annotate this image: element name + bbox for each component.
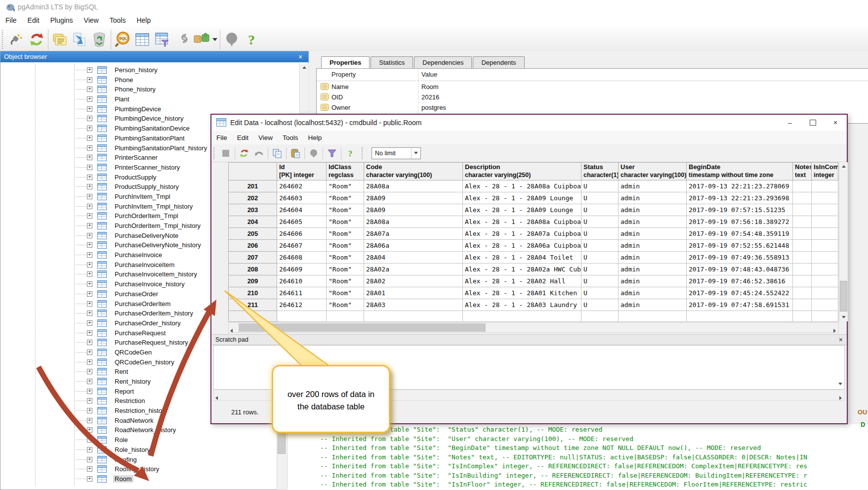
- tree-item-label[interactable]: PlumbingSanitationDevice: [113, 125, 191, 132]
- tree-item-label[interactable]: Report: [113, 388, 135, 395]
- plugins-puzzle-icon[interactable]: [192, 29, 211, 50]
- cell-notes[interactable]: [793, 216, 812, 228]
- cell-idclass[interactable]: "Room": [327, 180, 364, 192]
- cell-user[interactable]: admin: [619, 192, 687, 204]
- tree-item-label[interactable]: PurchaseOrder_history: [113, 319, 182, 327]
- tree-expand-icon[interactable]: [87, 204, 92, 209]
- menu-help[interactable]: Help: [131, 16, 156, 24]
- row-number-cell[interactable]: 209: [229, 275, 277, 287]
- tree-item-label[interactable]: ProductSupply_history: [113, 183, 180, 190]
- cell-user[interactable]: admin: [619, 264, 687, 275]
- cell-begindate[interactable]: 2017-09-19 07:47:58.691531: [687, 299, 793, 311]
- tree-expand-icon[interactable]: [87, 213, 92, 219]
- column-header[interactable]: Notes text: [793, 163, 812, 180]
- cell-user[interactable]: admin: [619, 287, 687, 299]
- maintenance-wrench-icon[interactable]: [172, 29, 192, 50]
- tree-expand-icon[interactable]: [87, 87, 92, 92]
- object-browser-close-icon[interactable]: ×: [296, 51, 304, 62]
- cell-idclass[interactable]: "Room": [327, 299, 364, 311]
- menu-edit[interactable]: Edit: [22, 16, 45, 24]
- cell-isincomplex[interactable]: [812, 275, 838, 287]
- cell-notes[interactable]: [793, 299, 812, 311]
- tree-expand-icon[interactable]: [87, 427, 92, 433]
- cell-user[interactable]: admin: [619, 240, 687, 252]
- property-row[interactable]: Owner postgres: [317, 102, 868, 113]
- tree-item-label[interactable]: RoadNetwork_history: [113, 426, 177, 434]
- tree-expand-icon[interactable]: [87, 447, 92, 452]
- cell-description[interactable]: Alex - 28 - 1 - 28A08a Cuipboard: [463, 216, 581, 228]
- tree-item[interactable]: Role: [0, 435, 299, 445]
- grid-row[interactable]: 204 264605 "Room" 28A08a Alex - 28 - 1 -…: [229, 216, 838, 228]
- help-question-icon[interactable]: ?: [343, 146, 358, 160]
- refresh-icon[interactable]: [27, 29, 46, 50]
- tree-item-label[interactable]: ProductSupply: [113, 174, 158, 181]
- tree-expand-icon[interactable]: [87, 437, 92, 443]
- toolbar-gripper[interactable]: [213, 147, 217, 159]
- tree-item-label[interactable]: Roofing_history: [113, 465, 161, 473]
- cell-begindate[interactable]: 2017-09-19 07:56:18.389272: [687, 216, 793, 228]
- cell-description[interactable]: Alex - 28 - 1 - 28A06a Cuipboard: [463, 240, 581, 252]
- tree-item-label[interactable]: RoadNetwork: [113, 417, 155, 424]
- tree-expand-icon[interactable]: [87, 184, 92, 189]
- cell-isincomplex[interactable]: [812, 204, 838, 216]
- cell-id[interactable]: 264605: [277, 216, 327, 228]
- tree-item-label[interactable]: PurchOrderItem_Tmpl: [113, 212, 180, 220]
- tree-expand-icon[interactable]: [87, 369, 92, 374]
- tab-dependencies[interactable]: Dependencies: [414, 56, 472, 68]
- tree-expand-icon[interactable]: [87, 126, 92, 131]
- tree-item-label[interactable]: PurchaseInvoiceItem: [113, 261, 176, 268]
- cell-isincomplex[interactable]: [812, 264, 838, 275]
- cell-notes[interactable]: [793, 192, 812, 204]
- cell-user[interactable]: admin: [619, 180, 687, 192]
- cell-idclass[interactable]: "Room": [327, 228, 364, 240]
- tab-properties[interactable]: Properties: [321, 56, 370, 68]
- cell-isincomplex[interactable]: [812, 240, 838, 252]
- cell-begindate[interactable]: 2017-09-13 22:21:23.278069: [687, 180, 793, 192]
- tree-item-label[interactable]: Phone: [113, 76, 135, 84]
- grid-row[interactable]: 201 264602 "Room" 28A08a Alex - 28 - 1 -…: [229, 180, 838, 192]
- column-header[interactable]: Id [PK] integer: [277, 163, 327, 180]
- tree-item-label[interactable]: PurchOrderItem_Tmpl_history: [113, 222, 202, 229]
- tree-expand-icon[interactable]: [87, 233, 92, 238]
- cell-id[interactable]: 264604: [277, 204, 327, 216]
- tree-item[interactable]: RoadNetwork_history: [0, 425, 299, 435]
- cell-begindate[interactable]: 2017-09-19 07:46:52.38616: [687, 275, 793, 287]
- tree-item-label[interactable]: Restriction_history: [113, 407, 169, 414]
- cell-idclass[interactable]: "Room": [327, 192, 364, 204]
- tree-item[interactable]: Role_history: [0, 445, 299, 455]
- scroll-right-icon[interactable]: [833, 326, 836, 335]
- grid-row[interactable]: 209 264610 "Room" 28A02 Alex - 28 - 1 - …: [229, 275, 838, 287]
- tree-item-label[interactable]: PurchInvItem_Tmpl: [113, 193, 172, 200]
- cell-isincomplex[interactable]: [812, 180, 838, 192]
- refresh-icon[interactable]: [237, 146, 251, 160]
- cell-user[interactable]: admin: [619, 299, 687, 311]
- tree-expand-icon[interactable]: [87, 262, 92, 267]
- tree-expand-icon[interactable]: [87, 359, 92, 365]
- tree-expand-icon[interactable]: [87, 252, 92, 258]
- chevron-down-icon[interactable]: [411, 148, 420, 159]
- tree-item[interactable]: PlumbingDevice: [0, 104, 299, 114]
- cell-code[interactable]: 28A01: [364, 287, 463, 299]
- cell-code[interactable]: 28A07a: [364, 228, 463, 240]
- tree-item-label[interactable]: PurchaseOrder: [113, 290, 160, 298]
- tree-expand-icon[interactable]: [87, 340, 92, 345]
- cell-code[interactable]: 28A09: [364, 192, 463, 204]
- menu-file[interactable]: File: [211, 134, 232, 141]
- tree-item[interactable]: Room: [0, 474, 299, 484]
- filtered-view-grid-icon[interactable]: [152, 29, 172, 50]
- close-icon[interactable]: ×: [824, 115, 847, 130]
- row-number-cell[interactable]: 205: [229, 228, 277, 240]
- grid-row[interactable]: 203 264604 "Room" 28A09 Alex - 28 - 1 - …: [229, 204, 838, 216]
- cell-notes[interactable]: [793, 275, 812, 287]
- tree-item-label[interactable]: QRCodeGen_history: [113, 358, 176, 366]
- cell-status[interactable]: U: [581, 264, 619, 275]
- scroll-down-icon[interactable]: [838, 378, 842, 387]
- cell-status[interactable]: U: [581, 228, 619, 240]
- tree-item-label[interactable]: PurchaseInvoice_history: [113, 280, 186, 288]
- cell-status[interactable]: U: [581, 204, 619, 216]
- sql-query-icon[interactable]: SQL: [113, 29, 132, 50]
- cell-code[interactable]: 28A06a: [364, 240, 463, 252]
- tree-expand-icon[interactable]: [87, 408, 92, 413]
- tree-item-label[interactable]: PurchInvItem_Tmpl_history: [113, 203, 194, 210]
- cell-idclass[interactable]: "Room": [327, 204, 364, 216]
